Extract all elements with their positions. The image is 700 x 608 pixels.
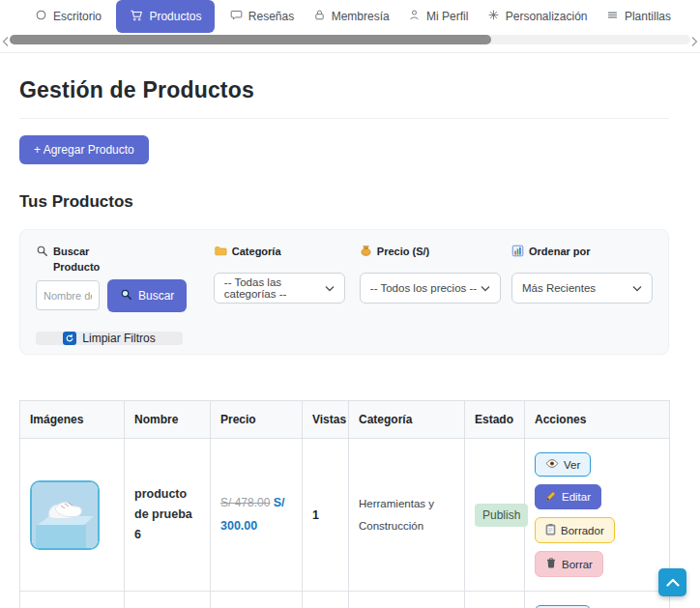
- search-filter-group: Buscar Producto Buscar Limpiar Filtros: [36, 245, 196, 339]
- pencil-icon: [545, 490, 557, 504]
- sort-label-text: Ordenar por: [529, 245, 591, 260]
- tab-plantillas[interactable]: Plantillas: [602, 0, 675, 33]
- table-header-row: Imágenes Nombre Precio Vistas Categoría …: [20, 401, 670, 439]
- price-label: Precio (S/): [360, 245, 502, 260]
- product-views: 1: [312, 508, 319, 522]
- tab-label: Productos: [149, 10, 201, 23]
- products-table: Imágenes Nombre Precio Vistas Categoría …: [19, 400, 670, 608]
- search-button[interactable]: Buscar: [107, 279, 187, 312]
- clear-filters-label: Limpiar Filtros: [82, 332, 155, 345]
- product-category: Herramientas y Construcción: [359, 498, 434, 531]
- bar-chart-icon: [511, 245, 524, 259]
- top-navigation: Escritorio Productos Reseñas Membresía M…: [0, 0, 700, 33]
- header-acciones: Acciones: [525, 401, 670, 439]
- delete-button-label: Borrar: [562, 559, 593, 570]
- product-name: producto de prueba 6: [134, 487, 192, 542]
- search-icon: [36, 245, 48, 259]
- sort-select-value: Más Recientes: [522, 282, 596, 294]
- title-divider: [19, 118, 669, 119]
- view-button-label: Ver: [564, 459, 580, 471]
- category-label: Categoría: [214, 245, 358, 260]
- category-select-value: -- Todas las categorías --: [224, 276, 325, 300]
- price-filter-group: Precio (S/) -- Todos los precios --: [360, 245, 502, 339]
- search-button-label: Buscar: [138, 289, 174, 303]
- chevron-down-icon: [481, 282, 490, 294]
- scrollbar-thumb[interactable]: [10, 35, 491, 44]
- price-select[interactable]: -- Todos los precios --: [360, 273, 501, 304]
- sort-filter-group: Ordenar por Más Recientes: [511, 245, 653, 339]
- tab-personalizacion[interactable]: Personalización: [483, 0, 592, 33]
- search-input[interactable]: [36, 280, 100, 310]
- search-icon: [120, 288, 132, 304]
- tab-membresia[interactable]: Membresía: [309, 0, 394, 33]
- header-vistas: Vistas: [303, 401, 349, 439]
- edit-button[interactable]: Editar: [535, 484, 601, 509]
- cart-icon: [130, 9, 143, 25]
- price-select-value: -- Todos los precios --: [370, 282, 477, 294]
- category-filter-group: Categoría -- Todas las categorías --: [214, 245, 358, 339]
- tab-label: Membresía: [332, 10, 390, 23]
- header-nombre: Nombre: [125, 401, 211, 439]
- category-select[interactable]: -- Todas las categorías --: [214, 273, 345, 304]
- price-label-text: Precio (S/): [377, 245, 429, 260]
- table-row: producto de prueba 5 S/ 45.00 1 Mascotas…: [20, 592, 670, 608]
- tab-label: Personalización: [506, 10, 588, 23]
- person-icon: [408, 9, 421, 24]
- search-label-text: Buscar Producto: [53, 245, 113, 275]
- tab-resenas[interactable]: Reseñas: [226, 0, 298, 33]
- tab-label: Escritorio: [53, 10, 102, 23]
- header-categoria: Categoría: [349, 401, 465, 439]
- clear-filters-button[interactable]: Limpiar Filtros: [36, 332, 183, 345]
- chat-icon: [230, 9, 243, 24]
- sparkles-icon: [487, 9, 500, 24]
- category-label-text: Categoría: [232, 245, 281, 260]
- draft-button-label: Borrador: [561, 525, 604, 536]
- view-button[interactable]: Ver: [535, 452, 591, 477]
- clipboard-icon: [545, 523, 556, 537]
- main-content: Gestión de Productos + Agregar Producto …: [0, 77, 700, 608]
- add-product-button[interactable]: + Agregar Producto: [19, 135, 149, 164]
- menu-icon: [606, 9, 619, 24]
- refresh-icon: [63, 332, 76, 345]
- row-actions: Ver Editar Borrador Borrar: [535, 452, 659, 577]
- scroll-to-top-button[interactable]: [658, 568, 686, 596]
- section-title: Tus Productos: [19, 192, 669, 212]
- draft-button[interactable]: Borrador: [535, 517, 615, 543]
- header-precio: Precio: [211, 401, 303, 439]
- nav-horizontal-scrollbar: [0, 33, 700, 46]
- sort-label: Ordenar por: [511, 245, 653, 260]
- tab-productos[interactable]: Productos: [116, 0, 215, 33]
- header-imagenes: Imágenes: [20, 401, 125, 439]
- scroll-right-arrow-icon[interactable]: [689, 34, 699, 45]
- chevron-down-icon: [632, 282, 642, 294]
- folder-icon: [214, 245, 227, 259]
- product-image-sneakers[interactable]: [30, 480, 100, 550]
- search-label: Buscar Producto: [36, 245, 196, 275]
- sort-select[interactable]: Más Recientes: [511, 273, 653, 304]
- lock-icon: [313, 9, 326, 24]
- edit-button-label: Editar: [562, 491, 591, 503]
- trash-icon: [545, 557, 557, 571]
- eye-icon: [545, 458, 559, 471]
- product-old-price: S/ 478.00: [220, 496, 270, 509]
- page-title: Gestión de Productos: [19, 77, 669, 103]
- tab-label: Reseñas: [248, 10, 294, 23]
- filters-panel: Buscar Producto Buscar Limpiar Filtros C…: [19, 229, 669, 355]
- header-estado: Estado: [465, 401, 525, 439]
- tab-label: Mi Perfil: [426, 10, 468, 23]
- circle-icon: [35, 9, 47, 24]
- status-badge: Publish: [475, 504, 528, 527]
- nav-divider: [0, 52, 700, 53]
- delete-button[interactable]: Borrar: [535, 551, 603, 577]
- chevron-up-icon: [666, 575, 680, 590]
- chevron-down-icon: [325, 282, 335, 294]
- tab-mi-perfil[interactable]: Mi Perfil: [404, 0, 472, 33]
- tab-label: Plantillas: [625, 10, 671, 23]
- moneybag-icon: [360, 245, 372, 259]
- tab-escritorio[interactable]: Escritorio: [31, 0, 105, 33]
- table-row: producto de prueba 6 S/ 478.00 S/ 300.00…: [20, 439, 670, 592]
